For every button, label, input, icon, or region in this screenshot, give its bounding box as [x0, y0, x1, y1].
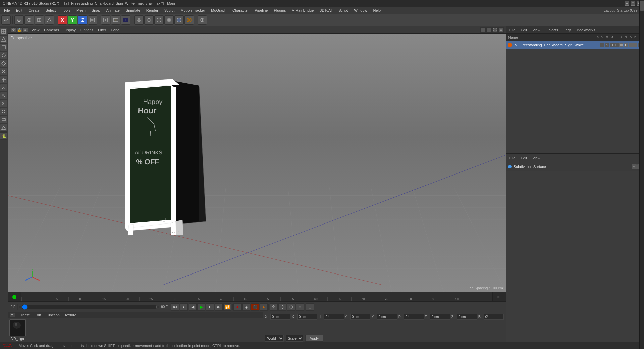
left-tool-6[interactable]	[0, 76, 7, 83]
play-button[interactable]: ▶	[197, 303, 205, 311]
vp-menu-view[interactable]: View	[30, 27, 42, 33]
minimize-button[interactable]: –	[625, 1, 629, 6]
obj-render-icon[interactable]	[610, 43, 614, 47]
transform-lock-button[interactable]: ✣	[270, 303, 278, 311]
obj-menu-file[interactable]: File	[507, 27, 518, 33]
coord-bz-input[interactable]	[457, 314, 477, 320]
keyframe-selection-button[interactable]: ⬡	[287, 303, 295, 311]
vp-fullscreen-icon[interactable]: ⛶	[492, 27, 498, 33]
vp-menu-filter[interactable]: Filter	[96, 27, 108, 33]
timeline-scroll-right[interactable]	[156, 306, 159, 308]
motion-record-button[interactable]: ●	[260, 303, 268, 311]
obj-state-1[interactable]	[619, 43, 623, 47]
vp-expand-icon[interactable]: ⊞	[480, 27, 486, 33]
menu-tools[interactable]: Tools	[59, 8, 73, 13]
axis-all-button[interactable]: ALL	[88, 15, 97, 25]
auto-key-button[interactable]: ⚫	[251, 303, 259, 311]
go-to-start-button[interactable]: ⏮	[171, 303, 179, 311]
mat-menu-texture[interactable]: Texture	[63, 312, 78, 318]
loop-button[interactable]: 🔁	[223, 303, 231, 311]
camera-path-button[interactable]: ⬡	[278, 303, 286, 311]
display-mode-4[interactable]	[164, 15, 174, 25]
display-solid-button[interactable]	[134, 15, 144, 25]
menu-mesh[interactable]: Mesh	[74, 8, 88, 13]
vp-menu-options[interactable]: Options	[78, 27, 95, 33]
scrollbar-thumb[interactable]	[640, 1, 644, 11]
vp-menu-panel[interactable]: Panel	[109, 27, 122, 33]
render-final-button[interactable]	[121, 15, 130, 25]
menu-animate[interactable]: Animate	[104, 8, 122, 13]
menu-window[interactable]: Window	[351, 8, 370, 13]
material-slot[interactable]: VR_sign	[9, 319, 26, 341]
left-tool-4[interactable]	[0, 60, 7, 67]
attr-menu-file[interactable]: File	[507, 155, 518, 161]
menu-sculpt[interactable]: Sculpt	[162, 8, 177, 13]
tool-b[interactable]	[35, 15, 44, 25]
go-to-end-button[interactable]: ⏭	[215, 303, 223, 311]
mat-menu-function[interactable]: Function	[44, 312, 61, 318]
vp-menu-display[interactable]: Display	[62, 27, 78, 33]
menu-pipeline[interactable]: Pipeline	[252, 8, 270, 13]
vp-menu-cameras[interactable]: Cameras	[42, 27, 61, 33]
attr-menu-view[interactable]: View	[530, 155, 542, 161]
maximize-button[interactable]: □	[631, 1, 635, 6]
keyframe-button[interactable]: ◈	[242, 303, 250, 311]
undo-button[interactable]: ↩	[1, 15, 11, 25]
menu-mograph[interactable]: MoGraph	[208, 8, 229, 13]
render-queue-button[interactable]: ⊞	[306, 303, 314, 311]
left-tool-13[interactable]: 🐍	[0, 132, 7, 140]
left-tool-8[interactable]	[0, 92, 7, 99]
axis-y-button[interactable]: Y	[68, 15, 77, 25]
obj-lock-icon[interactable]: L	[614, 43, 619, 47]
obj-state-2[interactable]	[624, 43, 628, 47]
coord-b-input[interactable]	[484, 314, 504, 320]
obj-state-4[interactable]	[633, 43, 637, 47]
coord-hx-input[interactable]	[297, 314, 317, 320]
tool-c[interactable]	[45, 15, 54, 25]
record-button[interactable]: ●	[233, 303, 241, 311]
step-forward-button[interactable]: ⏵	[206, 303, 214, 311]
left-tool-1[interactable]	[0, 36, 7, 43]
axis-x-button[interactable]: X	[58, 15, 67, 25]
obj-menu-view[interactable]: View	[530, 27, 542, 33]
obj-display-icon[interactable]	[600, 43, 604, 47]
left-tool-9[interactable]: $	[0, 100, 7, 107]
timeline-scroll-left[interactable]	[19, 306, 21, 308]
settings-button[interactable]	[198, 15, 207, 25]
menu-file[interactable]: File	[1, 8, 13, 13]
apply-button[interactable]: Apply	[305, 335, 323, 342]
render-preview-button[interactable]	[111, 15, 120, 25]
left-tool-3[interactable]	[0, 52, 7, 59]
left-tool-0[interactable]	[0, 28, 7, 35]
obj-camera-icon[interactable]: C	[605, 43, 609, 47]
vp-settings-icon[interactable]: ≡	[498, 27, 504, 33]
menu-script[interactable]: Script	[336, 8, 351, 13]
menu-vray-bridge[interactable]: V-Ray Bridge	[289, 8, 317, 13]
menu-edit[interactable]: Edit	[13, 8, 25, 13]
coord-mode-select[interactable]: World Object Parent	[265, 335, 284, 342]
menu-render[interactable]: Render	[144, 8, 161, 13]
left-tool-2[interactable]	[0, 44, 7, 51]
mat-toolbar-icon[interactable]: ≡	[9, 312, 15, 318]
scale-mode-select[interactable]: Scale Size	[286, 335, 303, 342]
menu-simulate[interactable]: Simulate	[123, 8, 143, 13]
viewport-3d[interactable]: Happy Hour All DRINKS % OFF	[8, 34, 506, 292]
render-region-button[interactable]	[101, 15, 110, 25]
obj-menu-edit[interactable]: Edit	[519, 27, 529, 33]
object-list-item[interactable]: Tall_Freestanding_Chalkboard_Sign_White …	[506, 41, 644, 49]
menu-create[interactable]: Create	[26, 8, 42, 13]
left-tool-12[interactable]	[0, 124, 7, 132]
vp-shrink-icon[interactable]: ⊟	[486, 27, 492, 33]
menu-help[interactable]: Help	[371, 8, 384, 13]
timeline-scrubber[interactable]	[22, 305, 156, 309]
coord-py-input[interactable]	[377, 314, 397, 320]
menu-character[interactable]: Character	[230, 8, 251, 13]
obj-menu-tags[interactable]: Tags	[561, 27, 573, 33]
display-mode-3[interactable]	[154, 15, 164, 25]
left-tool-5[interactable]	[0, 68, 7, 75]
play-reverse-button[interactable]: ◀	[189, 303, 197, 311]
menu-motion-tracker[interactable]: Motion Tracker	[178, 8, 208, 13]
menu-snap[interactable]: Snap	[89, 8, 103, 13]
mat-menu-edit[interactable]: Edit	[33, 312, 42, 318]
left-tool-7[interactable]	[0, 84, 7, 91]
